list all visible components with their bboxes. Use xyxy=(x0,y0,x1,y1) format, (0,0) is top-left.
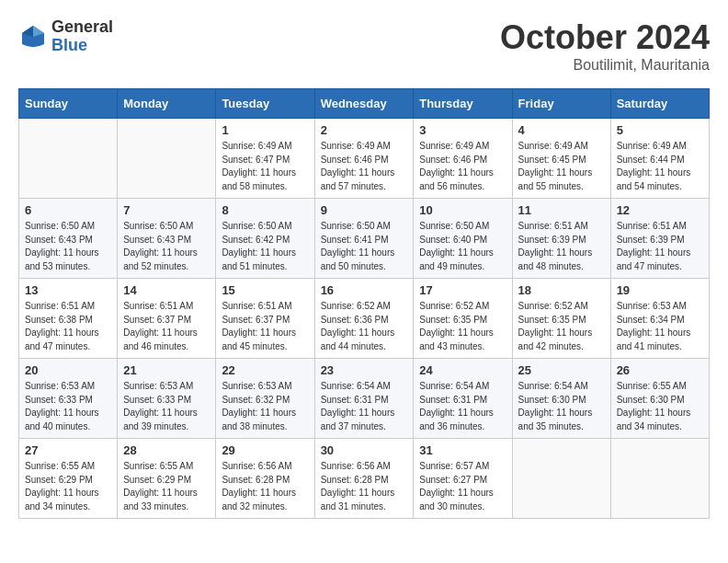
day-number: 19 xyxy=(617,283,703,297)
calendar-day-cell: 6Sunrise: 6:50 AM Sunset: 6:43 PM Daylig… xyxy=(19,199,118,279)
page-header: General Blue October 2024 Boutilimit, Ma… xyxy=(18,18,710,74)
header-tuesday: Tuesday xyxy=(216,89,314,119)
calendar-day-cell: 2Sunrise: 6:49 AM Sunset: 6:46 PM Daylig… xyxy=(314,119,414,199)
calendar-day-cell: 23Sunrise: 6:54 AM Sunset: 6:31 PM Dayli… xyxy=(314,359,414,439)
day-detail: Sunrise: 6:52 AM Sunset: 6:35 PM Dayligh… xyxy=(419,300,506,353)
day-detail: Sunrise: 6:54 AM Sunset: 6:30 PM Dayligh… xyxy=(518,380,605,433)
calendar-day-cell: 19Sunrise: 6:53 AM Sunset: 6:34 PM Dayli… xyxy=(610,279,709,359)
calendar-day-cell: 5Sunrise: 6:49 AM Sunset: 6:44 PM Daylig… xyxy=(610,119,709,199)
header-sunday: Sunday xyxy=(19,89,118,119)
calendar-day-cell: 15Sunrise: 6:51 AM Sunset: 6:37 PM Dayli… xyxy=(216,279,314,359)
day-detail: Sunrise: 6:52 AM Sunset: 6:36 PM Dayligh… xyxy=(321,300,408,353)
day-detail: Sunrise: 6:49 AM Sunset: 6:46 PM Dayligh… xyxy=(321,140,408,193)
calendar-day-cell: 29Sunrise: 6:56 AM Sunset: 6:28 PM Dayli… xyxy=(216,439,314,519)
day-number: 4 xyxy=(518,123,605,137)
day-number: 5 xyxy=(617,123,703,137)
calendar-day-cell: 26Sunrise: 6:55 AM Sunset: 6:30 PM Dayli… xyxy=(610,359,709,439)
header-wednesday: Wednesday xyxy=(314,89,414,119)
day-detail: Sunrise: 6:50 AM Sunset: 6:40 PM Dayligh… xyxy=(419,220,506,273)
day-number: 8 xyxy=(222,203,308,217)
calendar-day-cell: 9Sunrise: 6:50 AM Sunset: 6:41 PM Daylig… xyxy=(314,199,414,279)
calendar-week-row: 13Sunrise: 6:51 AM Sunset: 6:38 PM Dayli… xyxy=(19,279,710,359)
day-detail: Sunrise: 6:52 AM Sunset: 6:35 PM Dayligh… xyxy=(518,300,605,353)
day-number: 28 xyxy=(123,443,210,457)
calendar-day-cell: 1Sunrise: 6:49 AM Sunset: 6:47 PM Daylig… xyxy=(216,119,314,199)
calendar-day-cell: 31Sunrise: 6:57 AM Sunset: 6:27 PM Dayli… xyxy=(414,439,512,519)
calendar-day-cell: 8Sunrise: 6:50 AM Sunset: 6:42 PM Daylig… xyxy=(216,199,314,279)
calendar-day-cell: 14Sunrise: 6:51 AM Sunset: 6:37 PM Dayli… xyxy=(118,279,216,359)
calendar-day-cell: 13Sunrise: 6:51 AM Sunset: 6:38 PM Dayli… xyxy=(19,279,118,359)
calendar-day-cell: 28Sunrise: 6:55 AM Sunset: 6:29 PM Dayli… xyxy=(118,439,216,519)
day-number: 24 xyxy=(419,363,506,377)
day-number: 16 xyxy=(321,283,408,297)
logo-blue: Blue xyxy=(51,37,113,55)
calendar-day-cell: 22Sunrise: 6:53 AM Sunset: 6:32 PM Dayli… xyxy=(216,359,314,439)
calendar-day-cell: 30Sunrise: 6:56 AM Sunset: 6:28 PM Dayli… xyxy=(314,439,414,519)
day-number: 10 xyxy=(419,203,506,217)
day-number: 29 xyxy=(222,443,308,457)
calendar-day-cell: 20Sunrise: 6:53 AM Sunset: 6:33 PM Dayli… xyxy=(19,359,118,439)
calendar-week-row: 27Sunrise: 6:55 AM Sunset: 6:29 PM Dayli… xyxy=(19,439,710,519)
day-detail: Sunrise: 6:55 AM Sunset: 6:30 PM Dayligh… xyxy=(617,380,703,433)
day-number: 1 xyxy=(222,123,308,137)
day-number: 6 xyxy=(25,203,111,217)
calendar-day-cell xyxy=(19,119,118,199)
day-number: 21 xyxy=(123,363,210,377)
day-number: 22 xyxy=(222,363,308,377)
day-detail: Sunrise: 6:53 AM Sunset: 6:34 PM Dayligh… xyxy=(617,300,703,353)
day-detail: Sunrise: 6:55 AM Sunset: 6:29 PM Dayligh… xyxy=(25,460,111,513)
day-number: 11 xyxy=(518,203,605,217)
day-detail: Sunrise: 6:50 AM Sunset: 6:42 PM Dayligh… xyxy=(222,220,308,273)
day-detail: Sunrise: 6:53 AM Sunset: 6:33 PM Dayligh… xyxy=(123,380,210,433)
calendar-day-cell: 16Sunrise: 6:52 AM Sunset: 6:36 PM Dayli… xyxy=(314,279,414,359)
day-detail: Sunrise: 6:51 AM Sunset: 6:37 PM Dayligh… xyxy=(123,300,210,353)
day-number: 3 xyxy=(419,123,506,137)
day-detail: Sunrise: 6:56 AM Sunset: 6:28 PM Dayligh… xyxy=(222,460,308,513)
day-detail: Sunrise: 6:50 AM Sunset: 6:43 PM Dayligh… xyxy=(25,220,111,273)
header-monday: Monday xyxy=(118,89,216,119)
day-number: 23 xyxy=(321,363,408,377)
day-detail: Sunrise: 6:51 AM Sunset: 6:39 PM Dayligh… xyxy=(518,220,605,273)
calendar-title: October 2024 xyxy=(500,18,710,57)
day-detail: Sunrise: 6:49 AM Sunset: 6:47 PM Dayligh… xyxy=(222,140,308,193)
calendar-day-cell xyxy=(512,439,610,519)
day-detail: Sunrise: 6:54 AM Sunset: 6:31 PM Dayligh… xyxy=(419,380,506,433)
day-number: 13 xyxy=(25,283,111,297)
calendar-week-row: 6Sunrise: 6:50 AM Sunset: 6:43 PM Daylig… xyxy=(19,199,710,279)
logo-text: General Blue xyxy=(51,18,113,55)
day-detail: Sunrise: 6:50 AM Sunset: 6:41 PM Dayligh… xyxy=(321,220,408,273)
header-friday: Friday xyxy=(512,89,610,119)
calendar-day-cell: 12Sunrise: 6:51 AM Sunset: 6:39 PM Dayli… xyxy=(610,199,709,279)
calendar-day-cell: 4Sunrise: 6:49 AM Sunset: 6:45 PM Daylig… xyxy=(512,119,610,199)
day-detail: Sunrise: 6:53 AM Sunset: 6:32 PM Dayligh… xyxy=(222,380,308,433)
day-number: 9 xyxy=(321,203,408,217)
calendar-day-cell xyxy=(610,439,709,519)
calendar-day-cell: 25Sunrise: 6:54 AM Sunset: 6:30 PM Dayli… xyxy=(512,359,610,439)
day-number: 7 xyxy=(123,203,210,217)
calendar-day-cell: 11Sunrise: 6:51 AM Sunset: 6:39 PM Dayli… xyxy=(512,199,610,279)
calendar-week-row: 20Sunrise: 6:53 AM Sunset: 6:33 PM Dayli… xyxy=(19,359,710,439)
day-number: 20 xyxy=(25,363,111,377)
calendar-location: Boutilimit, Mauritania xyxy=(500,57,710,74)
calendar-day-cell: 18Sunrise: 6:52 AM Sunset: 6:35 PM Dayli… xyxy=(512,279,610,359)
header-thursday: Thursday xyxy=(414,89,512,119)
day-number: 25 xyxy=(518,363,605,377)
day-detail: Sunrise: 6:51 AM Sunset: 6:38 PM Dayligh… xyxy=(25,300,111,353)
day-number: 31 xyxy=(419,443,506,457)
day-number: 14 xyxy=(123,283,210,297)
day-detail: Sunrise: 6:50 AM Sunset: 6:43 PM Dayligh… xyxy=(123,220,210,273)
day-number: 18 xyxy=(518,283,605,297)
calendar-day-cell: 10Sunrise: 6:50 AM Sunset: 6:40 PM Dayli… xyxy=(414,199,512,279)
day-detail: Sunrise: 6:49 AM Sunset: 6:45 PM Dayligh… xyxy=(518,140,605,193)
day-number: 2 xyxy=(321,123,408,137)
day-detail: Sunrise: 6:54 AM Sunset: 6:31 PM Dayligh… xyxy=(321,380,408,433)
day-number: 30 xyxy=(321,443,408,457)
calendar-day-cell: 21Sunrise: 6:53 AM Sunset: 6:33 PM Dayli… xyxy=(118,359,216,439)
day-detail: Sunrise: 6:51 AM Sunset: 6:39 PM Dayligh… xyxy=(617,220,703,273)
calendar-table: Sunday Monday Tuesday Wednesday Thursday… xyxy=(18,88,710,519)
header-saturday: Saturday xyxy=(610,89,709,119)
calendar-day-cell: 24Sunrise: 6:54 AM Sunset: 6:31 PM Dayli… xyxy=(414,359,512,439)
calendar-day-cell xyxy=(118,119,216,199)
day-detail: Sunrise: 6:49 AM Sunset: 6:44 PM Dayligh… xyxy=(617,140,703,193)
calendar-header-row: Sunday Monday Tuesday Wednesday Thursday… xyxy=(19,89,710,119)
